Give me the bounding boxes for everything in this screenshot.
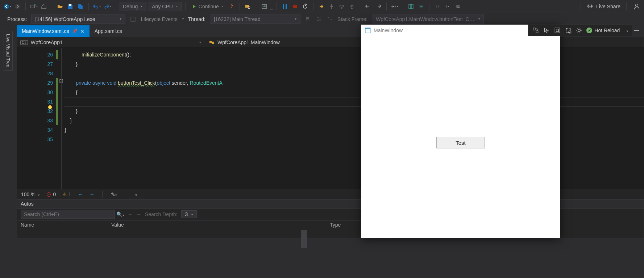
redo-icon[interactable]: ▾ <box>103 2 111 11</box>
svg-rect-16 <box>411 4 413 9</box>
next-issue-icon[interactable]: → <box>90 191 95 197</box>
svg-line-6 <box>250 8 250 9</box>
nav-back-button[interactable]: ▾ <box>3 2 12 11</box>
col-value[interactable]: Value <box>111 222 330 228</box>
svg-rect-23 <box>212 42 214 44</box>
step-out-icon[interactable] <box>348 2 356 11</box>
zoom-level[interactable]: 100 % ▾ <box>21 191 40 197</box>
errors-count[interactable]: ⮾ 0 <box>46 191 56 197</box>
threads-icon[interactable] <box>316 16 322 22</box>
format-icon[interactable] <box>417 2 425 11</box>
close-icon[interactable]: ✕ <box>80 29 84 34</box>
process-label: Process: <box>7 16 27 22</box>
pen-icon[interactable]: ✎▾ <box>111 191 117 197</box>
config-dropdown[interactable]: Debug▾ <box>119 2 146 11</box>
misc2-icon[interactable]: ⁞▾ <box>443 2 452 11</box>
select-element-icon[interactable] <box>543 27 550 34</box>
threads2-icon[interactable] <box>327 16 333 22</box>
live-visual-tree-tool[interactable]: Live Visual Tree <box>4 31 13 71</box>
search-fwd-icon[interactable]: → <box>136 211 141 217</box>
lifecycle-label: Lifecycle Events <box>141 16 177 22</box>
diagnostics-icon[interactable] <box>260 2 269 11</box>
platform-dropdown[interactable]: Any CPU▾ <box>148 2 182 11</box>
scrollbar-thumb[interactable] <box>301 230 307 248</box>
svg-rect-30 <box>555 28 560 33</box>
display-layout-icon[interactable] <box>554 27 561 34</box>
process-dropdown[interactable]: [14156] WpfCoreApp1.exe▾ <box>31 14 125 24</box>
undo-icon[interactable]: ▾ <box>92 2 101 11</box>
save-icon[interactable] <box>66 2 75 11</box>
svg-point-12 <box>341 7 342 9</box>
autos-title: Autos <box>21 201 34 207</box>
svg-rect-29 <box>536 31 538 33</box>
show-next-statement-icon[interactable] <box>317 2 326 11</box>
svg-point-20 <box>636 4 638 7</box>
settings-icon[interactable] <box>576 27 583 34</box>
svg-rect-22 <box>209 41 212 43</box>
hot-reload-indicator[interactable]: ✓ Hot Reload <box>586 28 620 33</box>
step-into-icon[interactable] <box>327 2 336 11</box>
xaml-debug-toolbar[interactable]: ✓ Hot Reload ‹ <box>528 25 632 36</box>
svg-rect-27 <box>365 28 370 29</box>
open-file-icon[interactable] <box>56 2 65 11</box>
tab-appxaml[interactable]: App.xaml.cs <box>90 25 127 37</box>
project-dropdown[interactable]: C# WpfCoreApp1 ▾ <box>17 37 205 47</box>
svg-rect-3 <box>69 4 71 6</box>
svg-rect-21 <box>131 17 135 21</box>
flag-icon[interactable] <box>305 16 311 22</box>
comment-icon[interactable]: ⁞≡ <box>453 2 462 11</box>
svg-point-1 <box>15 4 20 9</box>
lifecycle-icon[interactable] <box>130 16 136 22</box>
autos-search-input[interactable] <box>21 210 115 219</box>
wpf-title: MainWindow <box>374 28 403 33</box>
new-project-icon[interactable]: ▾ <box>29 2 38 11</box>
intellicode-icon[interactable]: ▾ <box>390 2 399 11</box>
autos-search[interactable]: 🔍▾ <box>21 210 124 219</box>
collapse-overlay-icon[interactable]: ‹ <box>626 28 628 33</box>
svg-rect-32 <box>566 28 570 32</box>
stackframe-dropdown[interactable]: WpfCoreApp1.MainWindow.buttonTest_C…▾ <box>372 14 484 24</box>
search-back-icon[interactable]: ← <box>128 211 133 217</box>
prev-issue-icon[interactable]: ← <box>78 191 83 197</box>
find-in-files-icon[interactable] <box>244 2 252 11</box>
track-focus-icon[interactable] <box>565 27 572 34</box>
svg-point-33 <box>569 31 571 33</box>
restart-icon[interactable] <box>301 2 309 11</box>
home-icon[interactable] <box>40 2 48 11</box>
wpf-test-button[interactable]: Test <box>436 137 485 148</box>
fold-margin[interactable]: ⊟ <box>58 48 65 189</box>
step-over-icon[interactable] <box>337 2 346 11</box>
tab-mainwindow[interactable]: MainWindow.xaml.cs 📌 ✕ <box>17 25 90 37</box>
continue-button[interactable]: Continue▾ <box>189 4 226 9</box>
redo2-icon[interactable] <box>374 2 383 11</box>
svg-rect-8 <box>283 4 284 9</box>
svg-rect-31 <box>556 29 559 32</box>
debug-location-toolbar: Process: [14156] WpfCoreApp1.exe▾ Lifecy… <box>0 13 644 25</box>
wpf-app-icon <box>365 28 371 33</box>
stop-icon[interactable] <box>291 2 299 11</box>
overlay-minimize-icon[interactable]: — <box>632 26 640 34</box>
autos-panel: Autos ▾ ⇩ ✕ 🔍▾ ← → Search Depth: 3▾ Name… <box>17 199 388 239</box>
undo2-icon[interactable] <box>364 2 373 11</box>
scroll-left-icon[interactable]: ◂ <box>134 191 137 197</box>
warnings-count[interactable]: ⚠ 1 <box>62 191 71 197</box>
wpf-app-window[interactable]: MainWindow Test <box>361 25 560 238</box>
col-name[interactable]: Name <box>21 222 111 228</box>
thread-dropdown[interactable]: [16232] Main Thread▾ <box>210 14 300 24</box>
nav-forward-button[interactable] <box>13 2 22 11</box>
hot-reload-icon[interactable] <box>227 2 236 11</box>
account-icon[interactable] <box>632 2 641 11</box>
svg-rect-9 <box>286 4 287 9</box>
svg-rect-15 <box>409 4 411 9</box>
layout-icon[interactable] <box>407 2 415 11</box>
lightbulb-icon[interactable] <box>47 105 53 111</box>
goto-live-visual-tree-icon[interactable] <box>532 27 539 34</box>
misc1-icon[interactable]: ⁞⁞ <box>433 2 442 11</box>
save-all-icon[interactable] <box>76 2 85 11</box>
svg-point-11 <box>331 8 332 9</box>
break-all-icon[interactable] <box>281 2 289 11</box>
pin-icon[interactable]: 📌 <box>72 29 78 34</box>
depth-dropdown[interactable]: 3▾ <box>181 210 197 218</box>
search-icon[interactable]: 🔍▾ <box>116 211 124 217</box>
live-share-button[interactable]: Live Share <box>587 3 620 10</box>
